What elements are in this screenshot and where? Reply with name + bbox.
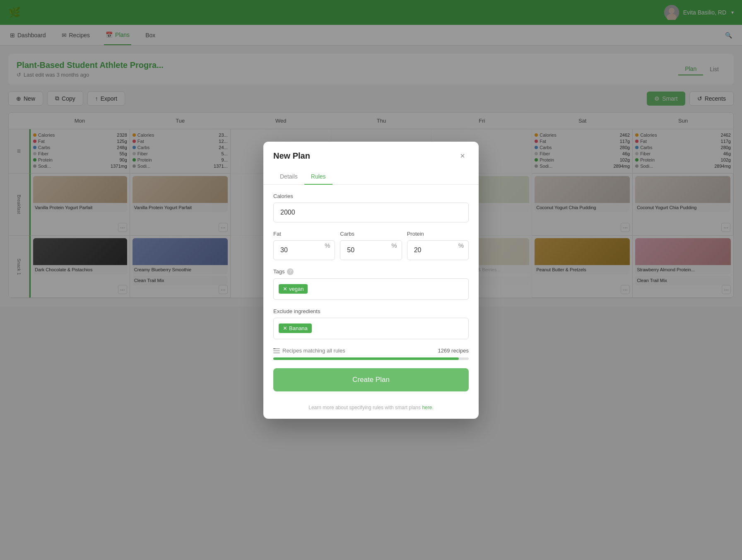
- calories-input[interactable]: [273, 203, 469, 222]
- tags-help-icon[interactable]: ?: [287, 268, 294, 275]
- macros-row: Fat % Carbs % Protein %: [273, 231, 469, 260]
- carbs-pct-symbol: %: [391, 242, 397, 249]
- new-plan-modal: New Plan × Details Rules Calories Fat % …: [263, 142, 479, 307]
- tag-vegan-label: vegan: [289, 286, 304, 292]
- tab-rules[interactable]: Rules: [304, 169, 332, 185]
- carbs-field: Carbs %: [340, 231, 402, 260]
- protein-label: Protein: [407, 231, 469, 237]
- tags-label: Tags: [273, 268, 284, 275]
- modal-body: Calories Fat % Carbs % Protein %: [263, 185, 479, 307]
- tags-input-box[interactable]: ✕ vegan: [273, 278, 469, 300]
- modal-close-button[interactable]: ×: [456, 150, 469, 162]
- fat-field: Fat %: [273, 231, 335, 260]
- tag-vegan[interactable]: ✕ vegan: [279, 284, 308, 294]
- tag-x-icon: ✕: [283, 286, 287, 292]
- fat-pct-symbol: %: [325, 242, 330, 249]
- calories-label: Calories: [273, 193, 469, 199]
- modal-overlay[interactable]: New Plan × Details Rules Calories Fat % …: [0, 0, 742, 307]
- protein-pct-symbol: %: [458, 242, 464, 249]
- modal-header: New Plan ×: [263, 142, 479, 162]
- modal-title: New Plan: [273, 151, 310, 161]
- protein-field: Protein %: [407, 231, 469, 260]
- fat-label: Fat: [273, 231, 335, 237]
- modal-tabs: Details Rules: [263, 169, 479, 185]
- carbs-label: Carbs: [340, 231, 402, 237]
- tab-details[interactable]: Details: [273, 169, 304, 185]
